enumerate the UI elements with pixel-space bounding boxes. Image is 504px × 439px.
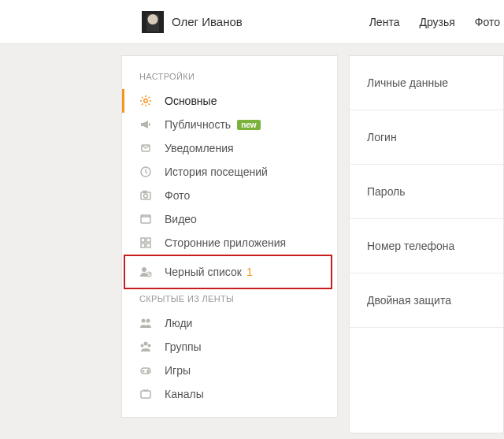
settings-row-phone[interactable]: Номер телефона (350, 219, 503, 273)
svg-point-16 (141, 344, 144, 348)
sidebar-item-settings-blacklist[interactable]: Черный список1 (139, 260, 331, 284)
sidebar-item-count: 1 (246, 266, 253, 278)
sidebar-item-settings-video[interactable]: Видео (122, 207, 337, 231)
header: Олег Иванов Лента Друзья Фото (0, 0, 504, 44)
sidebar-item-label: Сторонние приложения (165, 236, 286, 249)
sidebar: НАСТРОЙКИОсновныеПубличностьnewУведомлен… (121, 55, 338, 418)
sidebar-item-label: Каналы (165, 388, 204, 400)
nav-photo[interactable]: Фото (475, 16, 500, 28)
camera-icon (139, 189, 152, 202)
svg-point-4 (144, 194, 148, 198)
sidebar-item-hidden-games[interactable]: Игры (122, 359, 337, 382)
sidebar-item-label: Уведомления (165, 142, 234, 154)
svg-rect-9 (141, 244, 145, 247)
sidebar-section-title: СКРЫТЫЕ ИЗ ЛЕНТЫ (122, 289, 337, 311)
sidebar-item-settings-photo[interactable]: Фото (122, 184, 337, 207)
sidebar-item-label: Видео (165, 213, 197, 225)
settings-row-personal-data[interactable]: Личные данные (350, 56, 503, 110)
svg-rect-7 (141, 238, 145, 242)
sidebar-item-label: Игры (165, 364, 191, 377)
bell-icon (139, 142, 152, 154)
settings-row-login[interactable]: Логин (350, 110, 503, 165)
svg-point-15 (144, 342, 148, 346)
svg-point-14 (146, 319, 150, 323)
sidebar-item-label: Публичность (165, 118, 231, 131)
sidebar-item-label: История посещений (165, 166, 268, 178)
megaphone-icon (139, 118, 152, 131)
gamepad-icon (139, 364, 152, 377)
user-block-icon (139, 266, 152, 278)
avatar[interactable] (142, 11, 164, 33)
sidebar-item-hidden-channels[interactable]: Каналы (122, 382, 337, 406)
svg-point-20 (147, 371, 149, 373)
svg-point-17 (148, 344, 151, 348)
sidebar-item-hidden-groups[interactable]: Группы (122, 335, 337, 359)
sidebar-item-label: Черный список (165, 266, 242, 278)
content: НАСТРОЙКИОсновныеПубличностьnewУведомлен… (0, 44, 504, 433)
svg-rect-8 (146, 238, 150, 242)
group-icon (139, 340, 152, 353)
sidebar-item-settings-history[interactable]: История посещений (122, 160, 337, 184)
video-icon (139, 213, 152, 225)
svg-rect-21 (141, 391, 150, 398)
sidebar-item-label: Фото (165, 189, 190, 202)
svg-point-0 (144, 99, 147, 102)
sidebar-item-label: Основные (165, 95, 217, 107)
gear-icon (139, 95, 152, 107)
main-panel: Личные данныеЛогинПарольНомер телефонаДв… (349, 55, 504, 433)
settings-row-two-factor[interactable]: Двойная защита (350, 273, 503, 328)
svg-point-13 (142, 319, 146, 323)
settings-row-password[interactable]: Пароль (350, 165, 503, 219)
nav-feed[interactable]: Лента (369, 16, 400, 28)
sidebar-item-label: Группы (165, 340, 202, 353)
sidebar-section-title: НАСТРОЙКИ (122, 67, 337, 89)
svg-rect-10 (146, 244, 150, 247)
apps-icon (139, 236, 152, 249)
sidebar-item-label: Люди (165, 317, 192, 329)
username[interactable]: Олег Иванов (172, 15, 243, 28)
sidebar-item-hidden-people[interactable]: Люди (122, 311, 337, 335)
history-icon (139, 166, 152, 178)
badge-new: new (237, 120, 260, 130)
svg-point-11 (142, 267, 146, 272)
nav-friends[interactable]: Друзья (419, 16, 454, 28)
sidebar-item-settings-apps[interactable]: Сторонние приложения (122, 231, 337, 255)
tv-icon (139, 388, 152, 400)
sidebar-item-settings-notify[interactable]: Уведомления (122, 136, 337, 160)
sidebar-item-settings-publicity[interactable]: Публичностьnew (122, 113, 337, 136)
people-icon (139, 317, 152, 329)
top-nav: Лента Друзья Фото (369, 16, 500, 28)
highlight-box: Черный список1 (124, 255, 332, 289)
sidebar-item-settings-general[interactable]: Основные (122, 89, 337, 113)
